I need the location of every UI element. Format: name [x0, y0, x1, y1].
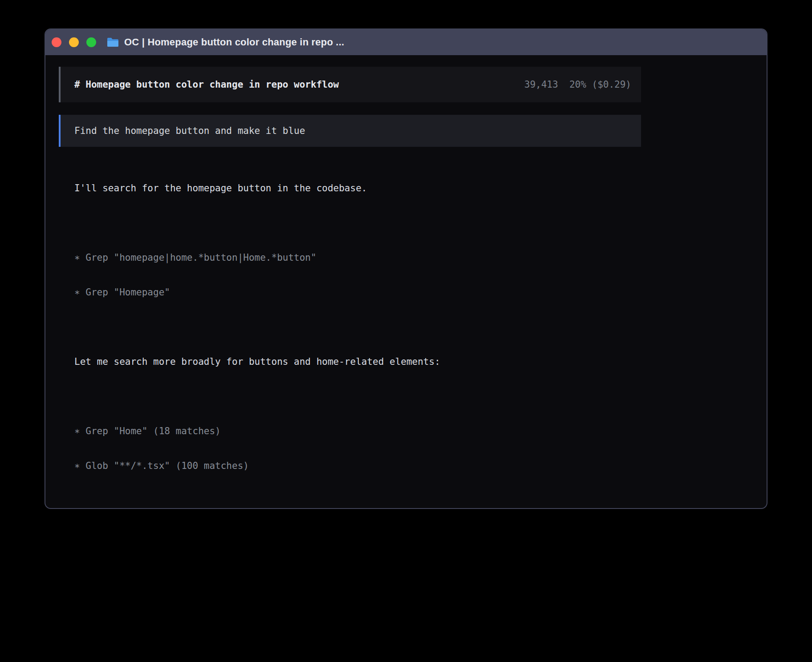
tool-call-grep: ∗ Grep "Home" (18 matches) — [74, 425, 641, 437]
blank-line — [74, 391, 641, 402]
user-message-text: Find the homepage button and make it blu… — [74, 125, 305, 137]
blank-line — [74, 217, 641, 229]
close-button[interactable] — [52, 37, 61, 47]
session-token-stats: 39,413 20% ($0.29) — [524, 79, 631, 90]
window-titlebar[interactable]: OC | Homepage button color change in rep… — [45, 29, 767, 55]
assistant-text-line: Let me search more broadly for buttons a… — [74, 356, 641, 367]
tool-call-grep: ∗ Grep "Homepage" — [74, 287, 641, 298]
session-header: # Homepage button color change in repo w… — [59, 67, 641, 102]
user-message: Find the homepage button and make it blu… — [59, 115, 641, 147]
blank-line — [74, 495, 641, 506]
terminal-content[interactable]: # Homepage button color change in repo w… — [45, 67, 767, 509]
window-title: OC | Homepage button color change in rep… — [124, 36, 344, 48]
zoom-button[interactable] — [86, 37, 96, 47]
traffic-lights — [45, 37, 96, 47]
tool-call-grep: ∗ Grep "homepage|home.*button|Home.*butt… — [74, 252, 641, 263]
minimize-button[interactable] — [69, 37, 79, 47]
terminal-window: OC | Homepage button color change in rep… — [45, 28, 767, 509]
blank-line — [74, 321, 641, 333]
assistant-output: I'll search for the homepage button in t… — [59, 159, 641, 509]
desktop: { "window": { "title": "OC | Homepage bu… — [0, 0, 812, 662]
folder-icon — [107, 37, 119, 47]
session-title: # Homepage button color change in repo w… — [74, 79, 339, 90]
tool-call-glob: ∗ Glob "**/*.tsx" (100 matches) — [74, 460, 641, 472]
assistant-text-line: I'll search for the homepage button in t… — [74, 182, 641, 194]
